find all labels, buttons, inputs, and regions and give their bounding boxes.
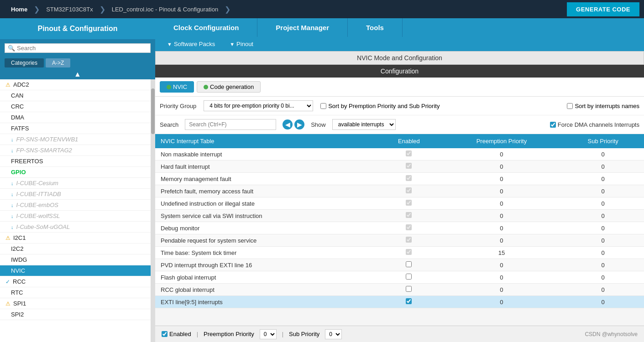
nav-chip[interactable]: STM32F103C8Tx [40, 0, 99, 18]
search-input-ctrl[interactable] [185, 119, 276, 130]
preemption-cell[interactable]: 0 [441, 173, 562, 185]
nvic-tab-nvic[interactable]: NVIC [160, 81, 194, 93]
preemption-cell[interactable]: 15 [441, 247, 562, 259]
sidebar-item[interactable]: ↓FP-SNS-SMARTAG2 [0, 145, 151, 156]
sidebar-item[interactable]: DMA [0, 112, 151, 123]
tab-project-manager[interactable]: Project Manager [257, 18, 348, 37]
preemption-cell[interactable]: 0 [441, 222, 562, 234]
sub-priority-cell[interactable]: 0 [562, 234, 644, 247]
sub-priority-cell[interactable]: 0 [562, 210, 644, 222]
bottom-preemption-select[interactable]: 0 [260, 329, 277, 339]
search-next-button[interactable]: ▶ [294, 119, 304, 130]
sort-arrow[interactable]: ▲ [0, 69, 155, 79]
enabled-cell[interactable] [377, 247, 441, 259]
preemption-cell[interactable]: 0 [441, 234, 562, 247]
codegen-tab-label: Code generation [210, 83, 254, 90]
show-select[interactable]: available interrupts [332, 119, 396, 130]
sidebar-scrollbar[interactable] [151, 79, 155, 342]
enabled-checkbox[interactable] [406, 274, 412, 280]
enabled-checkbox[interactable] [406, 224, 412, 230]
preemption-cell[interactable]: 0 [441, 210, 562, 222]
search-prev-button[interactable]: ◀ [283, 119, 293, 130]
sidebar-item[interactable]: ↓I-CUBE-wolfSSL [0, 211, 151, 222]
preemption-cell[interactable]: 0 [441, 197, 562, 210]
preemption-cell[interactable]: 0 [441, 185, 562, 197]
enabled-cell[interactable] [377, 161, 441, 173]
bottom-enabled-checkbox[interactable] [162, 331, 168, 337]
subtab-bar: ▼ Software Packs ▼ Pinout [155, 37, 644, 51]
tab-tools[interactable]: Tools [348, 18, 403, 37]
enabled-cell[interactable] [377, 197, 441, 210]
enabled-cell[interactable] [377, 284, 441, 296]
sidebar-item[interactable]: ↓I-CUBE-Cesium [0, 178, 151, 189]
sub-priority-cell[interactable]: 0 [562, 247, 644, 259]
sidebar-item[interactable]: ⚠I2C1 [0, 233, 151, 244]
enabled-checkbox[interactable] [406, 175, 412, 181]
enabled-cell[interactable] [377, 173, 441, 185]
bottom-sub-priority-select[interactable]: 0 [325, 329, 342, 339]
enabled-checkbox[interactable] [406, 150, 412, 156]
enabled-cell[interactable] [377, 234, 441, 247]
sidebar-item[interactable]: ⚠ADC2 [0, 79, 151, 90]
enabled-cell[interactable] [377, 271, 441, 284]
sidebar-item[interactable]: FREERTOS [0, 156, 151, 167]
table-row: Pendable request for system service 0 0 [155, 234, 644, 247]
sidebar-item[interactable]: GPIO [0, 167, 151, 178]
sidebar-item[interactable]: ↓FP-SNS-MOTENVWB1 [0, 134, 151, 145]
sub-priority-cell[interactable]: 0 [562, 185, 644, 197]
preemption-cell[interactable]: 0 [441, 296, 562, 308]
enabled-cell[interactable] [377, 148, 441, 161]
priority-group-select[interactable]: 4 bits for pre-emption priority 0 bi... [204, 100, 313, 111]
enabled-checkbox[interactable] [406, 286, 412, 292]
sub-priority-cell: 0 [562, 148, 644, 161]
tab-clock-config[interactable]: Clock Configuration [155, 18, 257, 37]
sidebar-scroll-thumb[interactable] [151, 88, 155, 134]
nvic-tab-codegen[interactable]: Code generation [197, 81, 261, 93]
enabled-checkbox[interactable] [406, 200, 412, 206]
tab-az[interactable]: A->Z [46, 58, 70, 67]
sub-priority-cell[interactable]: 0 [562, 296, 644, 308]
enabled-cell[interactable] [377, 222, 441, 234]
sidebar-item[interactable]: ✓RCC [0, 276, 151, 287]
nav-home[interactable]: Home [5, 0, 34, 18]
sort-interrupts-checkbox[interactable] [567, 103, 573, 109]
sidebar-item[interactable]: SPI2 [0, 309, 151, 320]
force-dma-checkbox[interactable] [550, 122, 556, 128]
sub-priority-cell[interactable]: 0 [562, 173, 644, 185]
sidebar-item[interactable]: IWDG [0, 254, 151, 265]
sidebar-item[interactable]: ↓I-CUBE-embOS [0, 200, 151, 211]
enabled-checkbox[interactable] [406, 163, 412, 169]
sidebar-item[interactable]: CAN [0, 90, 151, 101]
sidebar-item[interactable]: CRC [0, 101, 151, 112]
enabled-cell[interactable] [377, 185, 441, 197]
sidebar-item[interactable]: NVIC [0, 265, 151, 276]
sub-priority-cell[interactable]: 0 [562, 222, 644, 234]
tab-categories[interactable]: Categories [5, 58, 44, 67]
search-box-container[interactable]: 🔍 [5, 43, 151, 53]
sub-priority-cell[interactable]: 0 [562, 197, 644, 210]
sidebar-item[interactable]: RTC [0, 287, 151, 298]
sidebar-item[interactable]: I2C2 [0, 244, 151, 254]
sidebar-item[interactable]: ↓I-CUBE-ITTIADB [0, 189, 151, 200]
nvic-interrupt-table: NVIC Interrupt Table Enabled Preemption … [155, 134, 644, 308]
enabled-checkbox[interactable] [406, 187, 412, 193]
enabled-checkbox[interactable] [406, 237, 412, 243]
enabled-cell[interactable] [377, 210, 441, 222]
sidebar-item[interactable]: ⚠SPI1 [0, 298, 151, 309]
enabled-checkbox[interactable] [406, 249, 412, 255]
sidebar-item-label: GPIO [11, 169, 26, 176]
generate-code-button[interactable]: GENERATE CODE [567, 2, 639, 16]
nav-project[interactable]: LED_control.ioc - Pinout & Configuration [105, 0, 225, 18]
sidebar-item[interactable]: ↓I-Cube-SoM-uGOAL [0, 222, 151, 233]
enabled-checkbox[interactable] [406, 298, 412, 304]
enabled-cell[interactable] [377, 259, 441, 271]
enabled-checkbox[interactable] [406, 212, 412, 218]
subtab-software-packs[interactable]: ▼ Software Packs [160, 39, 222, 49]
search-input[interactable] [17, 45, 147, 52]
enabled-cell[interactable] [377, 296, 441, 308]
sidebar-item[interactable]: FATFS [0, 123, 151, 134]
subtab-pinout[interactable]: ▼ Pinout [222, 39, 261, 49]
enabled-checkbox[interactable] [406, 261, 412, 267]
separator-2: | [282, 331, 283, 337]
sort-premption-checkbox[interactable] [320, 103, 326, 109]
